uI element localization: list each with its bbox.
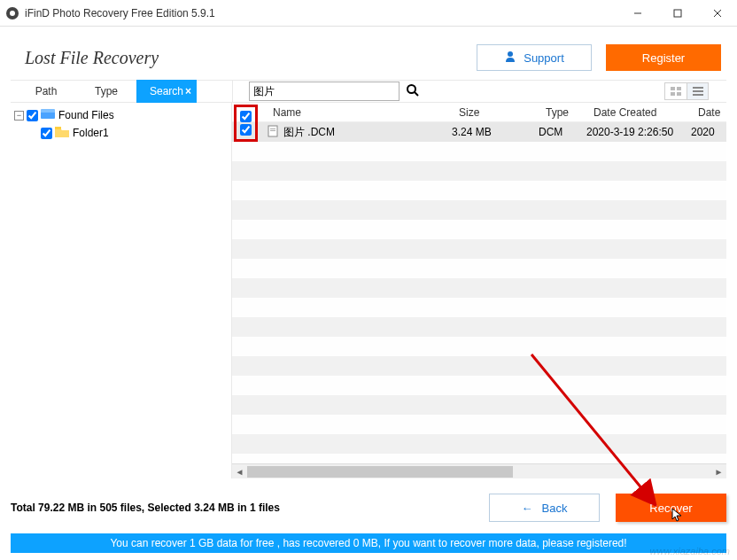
svg-rect-17 bbox=[41, 109, 55, 113]
drive-icon bbox=[41, 109, 55, 122]
search-input[interactable] bbox=[253, 85, 395, 97]
svg-rect-21 bbox=[270, 130, 275, 131]
file-name: 图片 .DCM bbox=[283, 125, 335, 140]
view-toggle bbox=[664, 82, 709, 100]
cursor-icon bbox=[671, 508, 686, 522]
file-date2: 2020 bbox=[691, 126, 726, 138]
col-size[interactable]: Size bbox=[452, 106, 539, 119]
svg-rect-10 bbox=[677, 87, 681, 90]
svg-rect-14 bbox=[693, 90, 703, 92]
register-button[interactable]: Register bbox=[606, 44, 721, 71]
tab-search-label: Search bbox=[150, 85, 183, 97]
scroll-left-icon[interactable]: ◄ bbox=[232, 467, 247, 477]
col-date2[interactable]: Date bbox=[691, 106, 726, 119]
close-button[interactable] bbox=[697, 0, 737, 26]
tab-path[interactable]: Path bbox=[16, 80, 76, 103]
thumbnail-view-icon[interactable] bbox=[665, 83, 687, 99]
folder-icon bbox=[55, 127, 69, 140]
tree-pane: − Found Files Folder1 bbox=[11, 103, 232, 478]
file-size: 3.24 MB bbox=[452, 126, 539, 138]
back-button[interactable]: ← Back bbox=[489, 494, 600, 522]
scroll-right-icon[interactable]: ► bbox=[711, 467, 726, 477]
promo-bar: You can recover 1 GB data for free , has… bbox=[11, 533, 726, 553]
tree-root[interactable]: − Found Files bbox=[11, 106, 231, 124]
watermark: www.xiazaiba.com bbox=[650, 546, 730, 556]
checkbox-highlight bbox=[234, 105, 258, 142]
file-icon bbox=[266, 125, 280, 140]
close-tab-icon[interactable]: × bbox=[185, 80, 191, 103]
minimize-button[interactable] bbox=[617, 0, 657, 26]
svg-rect-16 bbox=[41, 112, 55, 119]
svg-point-1 bbox=[10, 11, 15, 16]
maximize-button[interactable] bbox=[657, 0, 697, 26]
svg-point-6 bbox=[508, 51, 513, 57]
tree-child-checkbox[interactable] bbox=[41, 128, 52, 139]
search-icon[interactable] bbox=[400, 83, 426, 100]
list-pane: Name Size Type Date Created Date 图片 .DCM… bbox=[232, 103, 726, 478]
svg-rect-13 bbox=[693, 87, 703, 89]
svg-rect-12 bbox=[677, 92, 681, 96]
col-date-created[interactable]: Date Created bbox=[586, 106, 691, 119]
file-date-created: 2020-3-19 2:26:50 bbox=[586, 126, 691, 138]
tree-child-label: Folder1 bbox=[73, 127, 109, 139]
search-input-container[interactable] bbox=[249, 82, 400, 101]
scroll-track[interactable] bbox=[247, 464, 711, 478]
svg-rect-15 bbox=[693, 94, 703, 96]
svg-rect-11 bbox=[671, 92, 675, 96]
footer: Total 79.22 MB in 505 files, Selected 3.… bbox=[0, 478, 737, 553]
window-title: iFinD Photo Recovery Free Edition 5.9.1 bbox=[25, 7, 617, 19]
svg-line-8 bbox=[415, 92, 418, 96]
separator bbox=[232, 81, 233, 102]
support-icon bbox=[504, 51, 516, 66]
register-label: Register bbox=[642, 51, 685, 65]
tree-root-checkbox[interactable] bbox=[27, 110, 38, 121]
titlebar: iFinD Photo Recovery Free Edition 5.9.1 bbox=[0, 0, 737, 27]
arrow-left-icon: ← bbox=[522, 502, 533, 515]
svg-rect-3 bbox=[674, 10, 681, 17]
horizontal-scrollbar[interactable]: ◄ ► bbox=[232, 463, 726, 478]
tab-type[interactable]: Type bbox=[76, 80, 136, 103]
tab-search[interactable]: Search × bbox=[136, 80, 197, 103]
support-label: Support bbox=[524, 51, 564, 65]
select-all-checkbox[interactable] bbox=[240, 111, 252, 122]
back-label: Back bbox=[542, 502, 568, 515]
header: Lost File Recovery Support Register bbox=[11, 35, 726, 80]
status-text: Total 79.22 MB in 505 files, Selected 3.… bbox=[11, 502, 489, 514]
svg-rect-20 bbox=[270, 128, 275, 129]
file-type: DCM bbox=[539, 126, 586, 138]
scroll-thumb[interactable] bbox=[247, 466, 513, 478]
page-title: Lost File Recovery bbox=[16, 48, 477, 68]
file-checkbox[interactable] bbox=[240, 124, 252, 136]
file-row[interactable]: 图片 .DCM 3.24 MB DCM 2020-3-19 2:26:50 20… bbox=[232, 122, 726, 142]
app-icon bbox=[5, 6, 19, 20]
column-headers: Name Size Type Date Created Date bbox=[232, 103, 726, 122]
collapse-icon[interactable]: − bbox=[14, 111, 24, 121]
svg-rect-9 bbox=[671, 87, 675, 90]
support-button[interactable]: Support bbox=[477, 44, 592, 71]
svg-rect-18 bbox=[55, 127, 61, 129]
svg-point-7 bbox=[407, 85, 415, 93]
tree-root-label: Found Files bbox=[58, 109, 114, 121]
col-name[interactable]: Name bbox=[266, 106, 452, 119]
empty-rows bbox=[232, 142, 726, 463]
tree-child[interactable]: Folder1 bbox=[11, 124, 231, 142]
col-type[interactable]: Type bbox=[539, 106, 586, 119]
list-view-icon[interactable] bbox=[687, 83, 708, 99]
tabs-row: Path Type Search × bbox=[11, 80, 726, 103]
